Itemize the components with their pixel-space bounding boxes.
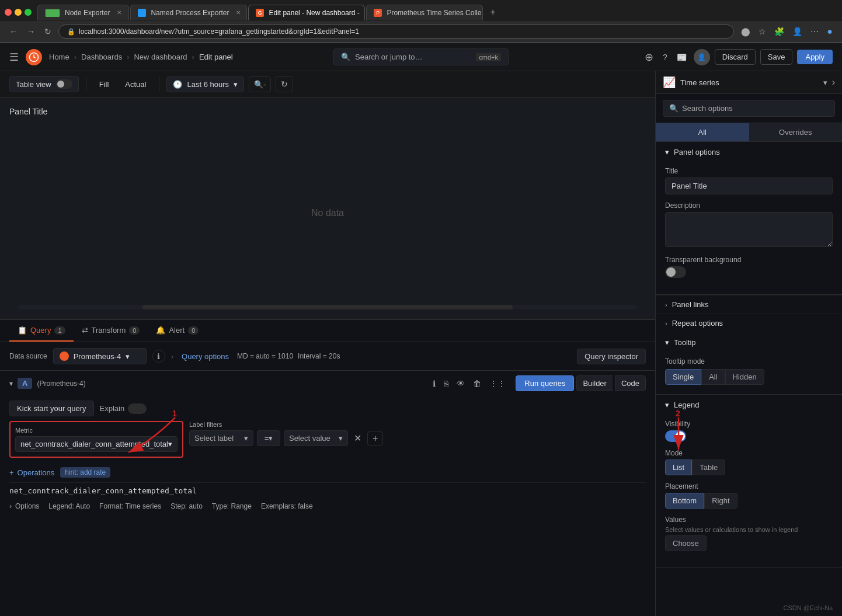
metric-select[interactable]: net_conntrack_dialer_conn_attempted_tota… <box>15 436 178 452</box>
query-tab-query[interactable]: 📋 Query 1 <box>9 320 74 342</box>
repeat-options-row[interactable]: › Repeat options <box>656 314 842 332</box>
legend-mode-list[interactable]: List <box>665 460 692 475</box>
help-icon[interactable]: ? <box>660 51 670 63</box>
builder-button[interactable]: Builder <box>576 375 612 391</box>
query-meta: MD = auto = 1010 Interval = 20s <box>237 352 340 360</box>
extensions-icon[interactable]: 🧩 <box>772 26 787 37</box>
title-input[interactable] <box>665 178 833 194</box>
user-avatar[interactable]: 👤 <box>694 49 710 65</box>
query-source: (Prometheus-4) <box>37 380 85 388</box>
tooltip-mode-all[interactable]: All <box>701 369 725 385</box>
sidebar-tab-all[interactable]: All <box>656 123 749 141</box>
table-view-toggle-dot[interactable] <box>56 79 72 89</box>
zoom-out-button[interactable]: 🔍- <box>249 76 271 92</box>
star-icon[interactable]: ☆ <box>756 26 768 37</box>
operator-value: = <box>265 434 269 443</box>
transparent-bg-toggle[interactable] <box>665 266 686 278</box>
browser-icon[interactable]: ● <box>824 25 835 38</box>
sidebar-search[interactable]: 🔍 Search options <box>663 100 835 117</box>
url-bar[interactable]: 🔒 localhost:3000/dashboard/new?utm_sourc… <box>58 25 734 39</box>
legend-placement-bottom[interactable]: Bottom <box>665 493 704 509</box>
profile-icon[interactable]: 👤 <box>790 26 805 37</box>
apply-button[interactable]: Apply <box>797 50 833 64</box>
label-select-value: Select label <box>194 434 234 443</box>
query-copy-button[interactable]: ⎘ <box>441 377 451 390</box>
legend-placement-right[interactable]: Right <box>704 493 737 509</box>
hamburger-menu[interactable]: ☰ <box>9 51 19 64</box>
save-button[interactable]: Save <box>760 49 793 65</box>
value-select[interactable]: Select value ▾ <box>284 430 348 446</box>
query-drag-button[interactable]: ⋮⋮ <box>486 377 509 390</box>
time-range-button[interactable]: 🕐 Last 6 hours ▾ <box>166 76 244 92</box>
browser-chrome: Node Exporter ✕ Named Process Exporter ✕… <box>0 0 842 43</box>
options-toggle[interactable]: › Options <box>9 502 39 510</box>
browser-tab-process[interactable]: Named Process Exporter ✕ <box>130 5 247 20</box>
filter-add-button[interactable]: + <box>367 431 383 446</box>
query-tab-label: Query <box>30 326 51 335</box>
description-textarea[interactable] <box>665 212 833 247</box>
search-bar[interactable]: 🔍 Search or jump to… cmd+k <box>333 48 509 65</box>
label-select[interactable]: Select label ▾ <box>189 430 253 446</box>
breadcrumb-dashboards[interactable]: Dashboards <box>81 53 122 61</box>
discard-button[interactable]: Discard <box>715 49 756 65</box>
tab-close-node[interactable]: ✕ <box>117 9 121 16</box>
more-icon[interactable]: ⋯ <box>808 26 821 37</box>
datasource-info-button[interactable]: ℹ <box>152 350 165 363</box>
forward-button[interactable]: → <box>25 26 37 37</box>
query-info-button[interactable]: ℹ <box>430 377 439 390</box>
tab-favicon-grafana: G <box>256 9 264 17</box>
legend-section-header[interactable]: ▾ Legend <box>656 395 842 415</box>
breadcrumb-home[interactable]: Home <box>49 53 69 61</box>
share-icon[interactable]: ⬤ <box>739 26 753 37</box>
tooltip-mode-hidden[interactable]: Hidden <box>725 369 764 385</box>
breadcrumb-new-dashboard[interactable]: New dashboard <box>134 53 187 61</box>
browser-tab-prometheus[interactable]: P Prometheus Time Series Colle… ✕ <box>366 5 483 20</box>
kick-start-button[interactable]: Kick start your query <box>9 401 94 416</box>
legend-values-choose-button[interactable]: Choose <box>665 535 707 551</box>
explain-toggle-switch[interactable] <box>128 403 147 414</box>
tooltip-section-header[interactable]: ▾ Tooltip <box>656 332 842 353</box>
panel-options-header[interactable]: ▾ Panel options <box>656 142 842 162</box>
refresh-button[interactable]: ↻ <box>276 76 293 92</box>
code-button[interactable]: Code <box>615 375 646 391</box>
actual-button[interactable]: Actual <box>119 77 152 92</box>
datasource-select[interactable]: Prometheus-4 ▾ <box>53 348 147 364</box>
operator-select[interactable]: = ▾ <box>257 430 280 446</box>
query-toggle-viz-button[interactable]: 👁 <box>454 377 468 390</box>
new-tab-button[interactable]: + <box>484 4 501 21</box>
grafana-logo[interactable] <box>26 49 42 65</box>
back-button[interactable]: ← <box>7 26 20 37</box>
query-tab-transform[interactable]: ⇄ Transform 0 <box>74 320 148 342</box>
tab-label-process: Named Process Exporter <box>151 9 229 17</box>
viz-close-icon[interactable]: › <box>832 77 835 88</box>
query-inspector-button[interactable]: Query inspector <box>577 349 646 364</box>
tooltip-mode-single[interactable]: Single <box>665 369 701 385</box>
tab-close-process[interactable]: ✕ <box>236 9 241 16</box>
run-queries-button[interactable]: Run queries <box>516 375 574 391</box>
query-tab-alert[interactable]: 🔔 Alert 0 <box>148 320 207 342</box>
breadcrumb-sep-2: › <box>127 53 129 61</box>
add-icon[interactable]: ⊕ <box>642 50 656 65</box>
legend-placement-label: Placement <box>665 482 833 490</box>
sidebar-tab-overrides[interactable]: Overrides <box>749 123 843 141</box>
viz-label: Time series <box>680 78 719 87</box>
chart-scroll[interactable] <box>19 305 636 309</box>
browser-tab-grafana[interactable]: G Edit panel - New dashboard - ✕ <box>248 5 365 20</box>
browser-tab-node[interactable]: Node Exporter ✕ <box>37 5 129 20</box>
query-collapse-button[interactable]: ▾ <box>9 380 13 388</box>
viz-dropdown-icon[interactable]: ▾ <box>823 78 827 87</box>
legend-mode-table[interactable]: Table <box>692 460 725 475</box>
reload-button[interactable]: ↻ <box>42 26 54 37</box>
news-icon[interactable]: 📰 <box>674 51 689 63</box>
table-view-toggle[interactable]: Table view <box>9 76 79 92</box>
query-options-button[interactable]: Query options <box>179 352 231 361</box>
kick-start-row: Kick start your query Explain <box>9 401 646 416</box>
fill-button[interactable]: Fill <box>93 77 115 92</box>
label-filter-row: Select label ▾ = ▾ Select value ▾ <box>189 430 646 446</box>
filter-clear-button[interactable]: ✕ <box>352 431 364 445</box>
query-delete-button[interactable]: 🗑 <box>470 377 484 390</box>
toolbar-sep-2 <box>159 77 159 91</box>
visibility-toggle[interactable] <box>665 430 686 442</box>
add-operations-button[interactable]: + Operations <box>9 468 54 477</box>
panel-links-row[interactable]: › Panel links <box>656 295 842 314</box>
